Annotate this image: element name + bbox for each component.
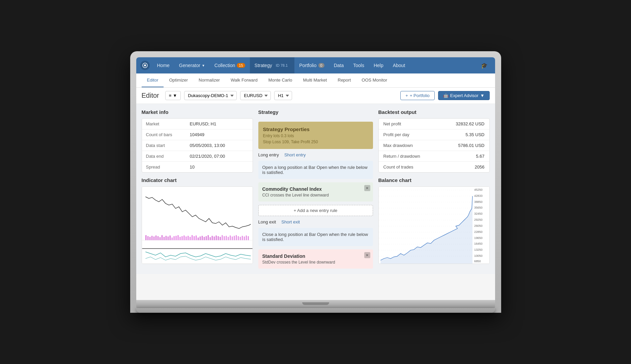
laptop-notch bbox=[302, 302, 329, 305]
svg-text:6850: 6850 bbox=[474, 260, 481, 263]
cci-rule-title: Commodity Channel Index bbox=[262, 186, 369, 192]
nav-home[interactable]: Home bbox=[152, 57, 174, 73]
nav-help[interactable]: Help bbox=[369, 57, 388, 73]
tab-walk-forward[interactable]: Walk Forward bbox=[225, 73, 263, 87]
svg-rect-34 bbox=[203, 237, 204, 240]
svg-rect-15 bbox=[165, 236, 166, 240]
nav-tools[interactable]: Tools bbox=[348, 57, 369, 73]
strategy-properties-card[interactable]: Strategy Properties Entry lots 0.3 lots … bbox=[258, 122, 373, 149]
nav-portfolio[interactable]: Portfolio 0 bbox=[294, 57, 329, 73]
balance-chart-container: Balance chart 45250 42833 38850 35650 32… bbox=[378, 177, 490, 264]
svg-text:35650: 35650 bbox=[474, 206, 482, 209]
nav-strategy[interactable]: Strategy ID 78.1 bbox=[250, 57, 295, 73]
nav-data[interactable]: Data bbox=[329, 57, 349, 73]
svg-text:32450: 32450 bbox=[474, 212, 482, 215]
svg-rect-55 bbox=[246, 236, 247, 240]
long-entry-label: Long entry bbox=[258, 152, 279, 157]
svg-rect-10 bbox=[155, 236, 156, 240]
nav-collection[interactable]: Collection 15 bbox=[210, 57, 250, 73]
svg-rect-44 bbox=[224, 236, 225, 240]
svg-rect-18 bbox=[171, 238, 172, 240]
balance-chart-svg: 45250 42833 38850 35650 32450 29250 2605… bbox=[379, 187, 489, 264]
svg-rect-36 bbox=[207, 235, 208, 240]
balance-chart: 45250 42833 38850 35650 32450 29250 2605… bbox=[378, 186, 490, 264]
strategy-id-badge: ID 78.1 bbox=[274, 63, 290, 68]
navbar: Home Generator ▼ Collection 15 Strategy … bbox=[136, 57, 495, 73]
svg-text:13250: 13250 bbox=[474, 248, 482, 251]
exit-description: Close a long position at Bar Open when t… bbox=[258, 228, 373, 246]
stddev-rule-title: Standard Deviation bbox=[262, 253, 369, 259]
svg-text:19650: 19650 bbox=[474, 236, 482, 240]
nav-generator[interactable]: Generator ▼ bbox=[174, 57, 210, 73]
backtest-table: Net profit 32832.62 USD Profit per day 5… bbox=[378, 118, 490, 173]
broker-select[interactable]: Dukascopy-DEMO-1 bbox=[184, 91, 237, 100]
svg-rect-28 bbox=[192, 235, 193, 240]
svg-rect-38 bbox=[211, 236, 212, 240]
strategy-panel: Strategy Strategy Properties Entry lots … bbox=[258, 109, 373, 269]
short-entry-link[interactable]: Short entry bbox=[284, 152, 306, 157]
left-panel: Market info Market EURUSD; H1 Count of b… bbox=[142, 109, 253, 269]
svg-text:10050: 10050 bbox=[474, 254, 482, 257]
indicator-chart-svg bbox=[142, 187, 253, 264]
generator-dropdown-arrow: ▼ bbox=[202, 64, 205, 67]
tab-normalizer[interactable]: Normalizer bbox=[193, 73, 225, 87]
tab-monte-carlo[interactable]: Monte Carlo bbox=[263, 73, 298, 87]
svg-rect-8 bbox=[151, 236, 152, 240]
svg-rect-7 bbox=[149, 237, 150, 240]
svg-rect-19 bbox=[173, 236, 174, 240]
add-entry-rule-button[interactable]: + Add a new entry rule bbox=[258, 205, 373, 216]
svg-rect-30 bbox=[196, 236, 197, 240]
symbol-select[interactable]: EURUSD bbox=[240, 91, 271, 100]
short-exit-link[interactable]: Short exit bbox=[281, 219, 300, 224]
tab-report[interactable]: Report bbox=[332, 73, 356, 87]
svg-text:29250: 29250 bbox=[474, 218, 482, 221]
tab-multi-market[interactable]: Multi Market bbox=[297, 73, 332, 87]
cci-close-button[interactable]: ✕ bbox=[364, 185, 370, 191]
svg-text:26050: 26050 bbox=[474, 224, 482, 228]
nav-hat-icon[interactable]: 🎓 bbox=[478, 62, 491, 69]
svg-rect-23 bbox=[181, 236, 182, 240]
expert-advisor-button[interactable]: 🤖 Expert Advisor ▼ bbox=[438, 91, 490, 100]
svg-rect-5 bbox=[145, 235, 146, 240]
stddev-close-button[interactable]: ✕ bbox=[364, 252, 370, 258]
backtest-output-title: Backtest output bbox=[378, 109, 490, 115]
svg-rect-21 bbox=[177, 235, 178, 240]
stddev-rule-subtitle: StdDev crosses the Level line downward bbox=[262, 260, 369, 265]
svg-text:16450: 16450 bbox=[474, 242, 482, 245]
indicator-chart bbox=[142, 186, 253, 264]
svg-rect-25 bbox=[185, 237, 187, 240]
svg-rect-46 bbox=[228, 237, 229, 240]
svg-rect-53 bbox=[241, 236, 242, 240]
svg-rect-11 bbox=[157, 236, 159, 240]
nav-about[interactable]: About bbox=[388, 57, 410, 73]
svg-point-1 bbox=[144, 64, 146, 66]
svg-rect-50 bbox=[236, 235, 237, 240]
svg-rect-16 bbox=[167, 237, 168, 240]
tab-editor[interactable]: Editor bbox=[142, 73, 164, 87]
brand-logo[interactable] bbox=[140, 61, 150, 70]
strategy-title: Strategy bbox=[258, 109, 373, 115]
tab-optimizer[interactable]: Optimizer bbox=[164, 73, 193, 87]
svg-rect-13 bbox=[161, 235, 162, 240]
market-row-spread: Spread 10 bbox=[142, 162, 253, 172]
laptop-base bbox=[136, 308, 495, 313]
svg-rect-49 bbox=[234, 236, 235, 240]
strategy-entry-lots: Entry lots 0.3 lots bbox=[263, 133, 368, 138]
svg-rect-33 bbox=[201, 236, 202, 240]
svg-rect-6 bbox=[147, 236, 148, 240]
svg-rect-32 bbox=[199, 237, 200, 240]
cci-rule-card: ✕ Commodity Channel Index CCI crosses th… bbox=[258, 182, 373, 202]
svg-rect-22 bbox=[179, 237, 180, 240]
svg-rect-41 bbox=[218, 236, 219, 240]
portfolio-button[interactable]: + + Portfolio bbox=[400, 91, 435, 100]
tab-oos-monitor[interactable]: OOS Monitor bbox=[356, 73, 393, 87]
menu-button[interactable]: ≡ ▼ bbox=[165, 91, 181, 100]
market-row-data-start: Data start 05/05/2003, 13:00 bbox=[142, 140, 253, 151]
market-info-title: Market info bbox=[142, 109, 253, 115]
laptop-bottom bbox=[136, 300, 495, 308]
timeframe-select[interactable]: H1 bbox=[274, 91, 292, 100]
strategy-sl-tp: Stop Loss 109, Take Profit 250 bbox=[263, 140, 368, 144]
market-row-count: Count of bars 104949 bbox=[142, 129, 253, 140]
svg-rect-39 bbox=[213, 237, 214, 240]
exit-tabs: Long exit Short exit bbox=[258, 219, 373, 224]
